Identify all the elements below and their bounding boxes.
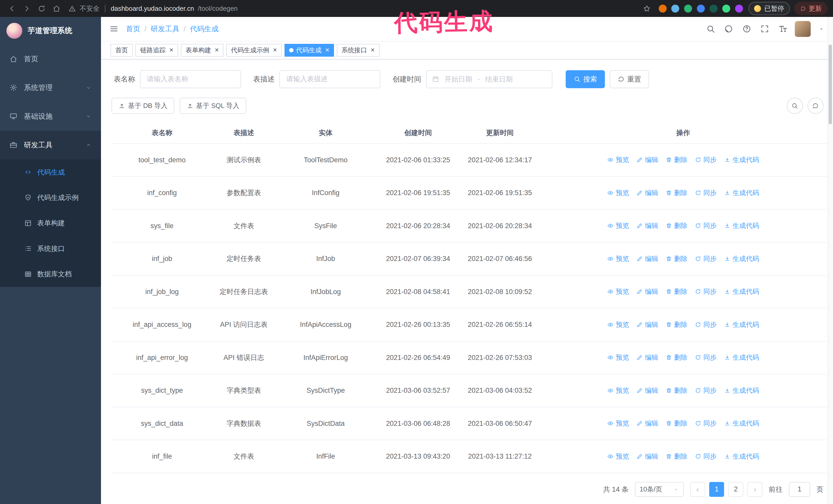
extension-icon[interactable] (722, 5, 730, 13)
action-generate[interactable]: 生成代码 (724, 286, 759, 297)
sidebar-subitem[interactable]: 代码生成示例 (0, 185, 101, 210)
action-delete[interactable]: 删除 (666, 451, 687, 462)
action-generate[interactable]: 生成代码 (724, 319, 759, 330)
action-sync[interactable]: 同步 (695, 286, 717, 297)
extension-icon[interactable] (671, 5, 679, 13)
action-generate[interactable]: 生成代码 (724, 154, 759, 165)
action-preview[interactable]: 预览 (607, 352, 629, 363)
page-button[interactable]: 1 (709, 482, 724, 497)
action-preview[interactable]: 预览 (607, 187, 629, 198)
breadcrumb-item[interactable]: 研发工具 (151, 24, 180, 34)
action-delete[interactable]: 删除 (666, 352, 687, 363)
hamburger-icon[interactable] (110, 24, 118, 33)
action-generate[interactable]: 生成代码 (724, 385, 759, 396)
action-preview[interactable]: 预览 (607, 253, 629, 264)
sidebar-item[interactable]: 基础设施 (0, 102, 101, 131)
user-avatar[interactable] (795, 21, 811, 37)
goto-page-input[interactable] (789, 482, 810, 497)
action-preview[interactable]: 预览 (607, 385, 629, 396)
action-sync[interactable]: 同步 (695, 319, 717, 330)
tab[interactable]: 链路追踪× (135, 44, 178, 57)
tab[interactable]: 代码生成× (285, 44, 334, 57)
action-generate[interactable]: 生成代码 (724, 187, 759, 198)
sidebar-item[interactable]: 首页 (0, 45, 101, 73)
sidebar-subitem[interactable]: 表单构建 (0, 211, 101, 236)
action-delete[interactable]: 删除 (666, 220, 687, 231)
action-sync[interactable]: 同步 (695, 385, 717, 396)
page-size-select[interactable]: 10条/页 (635, 482, 684, 497)
action-generate[interactable]: 生成代码 (724, 451, 759, 462)
sidebar-subitem[interactable]: 代码生成 (0, 160, 101, 185)
github-icon[interactable] (724, 24, 733, 33)
import-sql-button[interactable]: 基于 SQL 导入 (180, 98, 246, 114)
sidebar-item[interactable]: 系统管理 (0, 73, 101, 102)
close-icon[interactable]: × (325, 47, 329, 54)
fontsize-icon[interactable] (779, 24, 787, 33)
action-edit[interactable]: 编辑 (636, 154, 658, 165)
url-bar[interactable]: 不安全 dashboard.yudao.iocoder.cn/tool/code… (68, 4, 635, 13)
app-logo[interactable]: 芋道管理系统 (0, 17, 101, 45)
extension-icon[interactable] (735, 5, 743, 13)
next-page-button[interactable]: › (747, 482, 762, 497)
reload-icon[interactable] (35, 2, 48, 15)
breadcrumb-item[interactable]: 首页 (126, 24, 140, 34)
action-edit[interactable]: 编辑 (636, 385, 658, 396)
action-generate[interactable]: 生成代码 (724, 220, 759, 231)
paused-badge[interactable]: 已暂停 (748, 2, 790, 15)
forward-icon[interactable] (20, 2, 33, 15)
action-sync[interactable]: 同步 (695, 418, 717, 429)
action-preview[interactable]: 预览 (607, 154, 629, 165)
action-delete[interactable]: 删除 (666, 154, 687, 165)
close-icon[interactable]: × (273, 47, 277, 54)
action-edit[interactable]: 编辑 (636, 418, 658, 429)
tab[interactable]: 代码生成示例× (226, 44, 282, 57)
close-icon[interactable]: × (215, 47, 219, 54)
extension-icon[interactable] (659, 5, 667, 13)
caret-down-icon[interactable] (818, 26, 825, 32)
close-icon[interactable]: × (169, 47, 173, 54)
action-sync[interactable]: 同步 (695, 220, 717, 231)
date-range-picker[interactable]: 开始日期 - 结束日期 (426, 70, 552, 88)
update-button[interactable]: 更新 (794, 2, 828, 15)
breadcrumb-item[interactable]: 代码生成 (190, 24, 219, 34)
action-preview[interactable]: 预览 (607, 451, 629, 462)
action-generate[interactable]: 生成代码 (724, 418, 759, 429)
refresh-table-button[interactable] (808, 98, 824, 114)
action-generate[interactable]: 生成代码 (724, 253, 759, 264)
action-sync[interactable]: 同步 (695, 352, 717, 363)
tab[interactable]: 表单构建× (181, 44, 224, 57)
reset-button[interactable]: 重置 (610, 70, 649, 88)
back-icon[interactable] (5, 2, 19, 15)
scrollbar-thumb[interactable] (829, 45, 832, 124)
action-sync[interactable]: 同步 (695, 187, 717, 198)
action-preview[interactable]: 预览 (607, 220, 629, 231)
extension-icon[interactable] (697, 5, 705, 13)
action-edit[interactable]: 编辑 (636, 286, 658, 297)
action-delete[interactable]: 删除 (666, 187, 687, 198)
sidebar-subitem[interactable]: 数据库文档 (0, 262, 101, 287)
action-sync[interactable]: 同步 (695, 451, 717, 462)
extension-icon[interactable] (710, 5, 717, 13)
action-preview[interactable]: 预览 (607, 418, 629, 429)
action-edit[interactable]: 编辑 (636, 319, 658, 330)
import-db-button[interactable]: 基于 DB 导入 (112, 98, 174, 114)
page-button[interactable]: 2 (729, 482, 743, 497)
bookmark-star-icon[interactable] (641, 2, 653, 15)
action-sync[interactable]: 同步 (695, 154, 717, 165)
extension-icon[interactable] (684, 5, 692, 13)
action-edit[interactable]: 编辑 (636, 352, 658, 363)
action-delete[interactable]: 删除 (666, 253, 687, 264)
action-preview[interactable]: 预览 (607, 319, 629, 330)
action-sync[interactable]: 同步 (695, 253, 717, 264)
action-delete[interactable]: 删除 (666, 385, 687, 396)
close-icon[interactable]: × (371, 47, 375, 54)
table-name-input[interactable] (140, 70, 241, 88)
search-button[interactable]: 搜索 (566, 70, 605, 88)
action-edit[interactable]: 编辑 (636, 451, 658, 462)
action-edit[interactable]: 编辑 (636, 187, 658, 198)
sidebar-subitem[interactable]: 系统接口 (0, 236, 101, 261)
tab[interactable]: 系统接口× (337, 44, 380, 57)
action-delete[interactable]: 删除 (666, 286, 687, 297)
toggle-search-button[interactable] (787, 98, 803, 114)
action-delete[interactable]: 删除 (666, 418, 687, 429)
